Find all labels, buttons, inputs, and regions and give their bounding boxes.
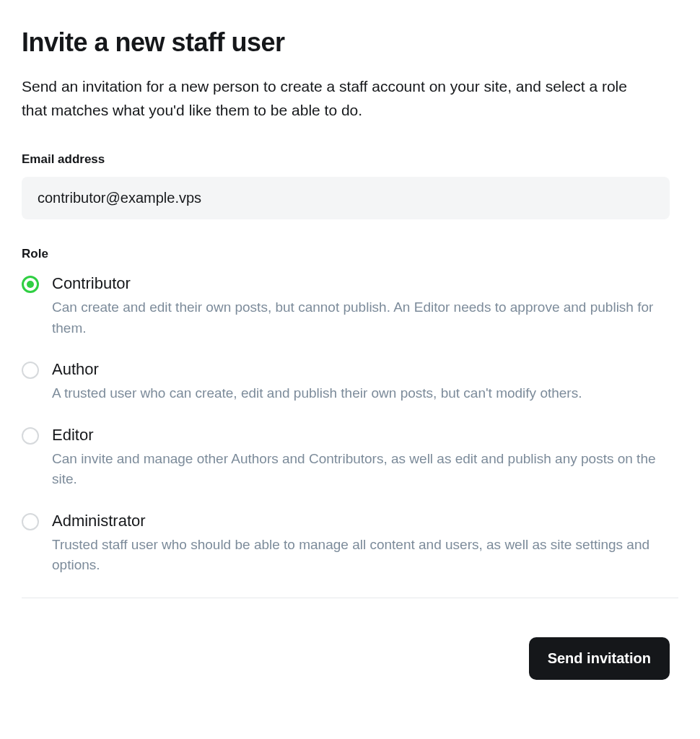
page-description: Send an invitation for a new person to c…	[22, 75, 649, 122]
page-title: Invite a new staff user	[22, 27, 678, 58]
email-label: Email address	[22, 152, 678, 167]
radio-selected-icon	[22, 276, 39, 293]
role-description: A trusted user who can create, edit and …	[52, 383, 678, 404]
radio-unselected-icon	[22, 427, 39, 445]
role-name: Author	[52, 360, 678, 379]
radio-unselected-icon	[22, 362, 39, 379]
role-label: Role	[22, 247, 678, 261]
email-input[interactable]	[22, 177, 670, 219]
role-name: Editor	[52, 426, 678, 445]
role-name: Contributor	[52, 274, 678, 293]
send-invitation-button[interactable]: Send invitation	[529, 637, 670, 680]
role-option-author[interactable]: Author A trusted user who can create, ed…	[22, 360, 678, 404]
role-name: Administrator	[52, 512, 678, 530]
role-option-contributor[interactable]: Contributor Can create and edit their ow…	[22, 274, 678, 338]
role-description: Can create and edit their own posts, but…	[52, 297, 678, 338]
divider	[22, 598, 678, 598]
role-option-administrator[interactable]: Administrator Trusted staff user who sho…	[22, 512, 678, 576]
role-option-editor[interactable]: Editor Can invite and manage other Autho…	[22, 426, 678, 490]
role-description: Trusted staff user who should be able to…	[52, 535, 678, 576]
radio-unselected-icon	[22, 513, 39, 530]
role-description: Can invite and manage other Authors and …	[52, 449, 678, 490]
